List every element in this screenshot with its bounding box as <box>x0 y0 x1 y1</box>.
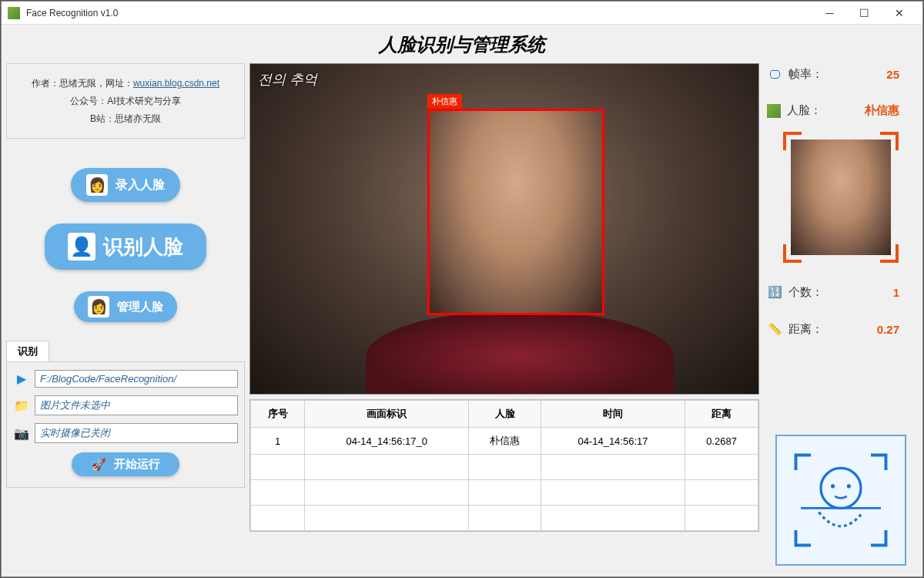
face-crop-preview <box>783 132 899 263</box>
minimize-button[interactable]: ─ <box>812 2 847 24</box>
table-row <box>251 506 758 531</box>
face-icon <box>767 104 781 118</box>
face-scan-logo <box>775 435 906 566</box>
results-table: 序号 画面标识 人脸 时间 距离 1 04-14_14:56:17_0 朴信惠 <box>249 399 759 532</box>
close-button[interactable]: ✕ <box>882 2 916 24</box>
counter-icon: 🔢 <box>767 284 782 300</box>
video-path-input[interactable]: F:/BlogCode/FaceRecognition/ <box>35 370 238 388</box>
play-icon: ▶ <box>13 371 30 388</box>
face-bounding-box: 朴信惠 <box>427 109 604 315</box>
stat-fps: 🖵 帧率： 25 <box>767 66 915 82</box>
camera-status-input[interactable]: 实时摄像已关闭 <box>35 423 238 443</box>
person-icon: 👩 <box>88 296 109 318</box>
video-overlay-text: 전의 추억 <box>258 70 317 89</box>
app-window: Face Recognition v1.0 ─ ☐ ✕ 人脸识别与管理系统 作者… <box>1 1 923 577</box>
monitor-icon: 🖵 <box>767 66 782 82</box>
app-icon <box>8 7 20 19</box>
video-preview: 전의 추억 朴信惠 <box>249 63 759 395</box>
author-info: 作者：思绪无限，网址：wuxian.blog.csdn.net 公众号：AI技术… <box>6 63 245 139</box>
person-icon: 👩 <box>86 174 108 196</box>
stat-face: 人脸： 朴信惠 <box>767 103 915 118</box>
table-row <box>251 455 758 480</box>
col-distance: 距离 <box>685 401 758 428</box>
manage-face-button[interactable]: 👩 管理人脸 <box>74 291 177 322</box>
enroll-face-button[interactable]: 👩 录入人脸 <box>71 168 180 202</box>
maximize-button[interactable]: ☐ <box>847 2 882 24</box>
col-face: 人脸 <box>469 401 541 428</box>
col-seq: 序号 <box>251 401 305 428</box>
face-scan-icon: 👤 <box>68 233 95 260</box>
face-label: 朴信惠 <box>427 94 462 109</box>
svg-point-0 <box>821 468 861 508</box>
stat-count: 🔢 个数： 1 <box>767 284 915 300</box>
recognize-face-button[interactable]: 👤 识别人脸 <box>45 223 206 270</box>
window-title: Face Recognition v1.0 <box>26 8 812 18</box>
titlebar: Face Recognition v1.0 ─ ☐ ✕ <box>2 2 922 25</box>
svg-point-3 <box>847 484 851 488</box>
tab-recognize[interactable]: 识别 <box>6 341 49 361</box>
table-row <box>251 480 758 506</box>
stat-distance: 📏 距离： 0.27 <box>767 321 915 337</box>
start-run-button[interactable]: 🚀 开始运行 <box>72 452 179 476</box>
image-path-input[interactable]: 图片文件未选中 <box>35 395 238 415</box>
rocket-icon: 🚀 <box>92 458 106 472</box>
svg-point-2 <box>831 484 835 488</box>
camera-icon: 📷 <box>13 425 30 442</box>
table-row[interactable]: 1 04-14_14:56:17_0 朴信惠 04-14_14:56:17 0.… <box>251 428 758 455</box>
folder-icon: 📁 <box>13 397 30 414</box>
col-frame-id: 画面标识 <box>305 401 469 428</box>
col-time: 时间 <box>541 401 685 428</box>
page-title: 人脸识别与管理系统 <box>2 25 922 63</box>
distance-icon: 📏 <box>767 321 782 337</box>
author-url-link[interactable]: wuxian.blog.csdn.net <box>133 78 219 89</box>
